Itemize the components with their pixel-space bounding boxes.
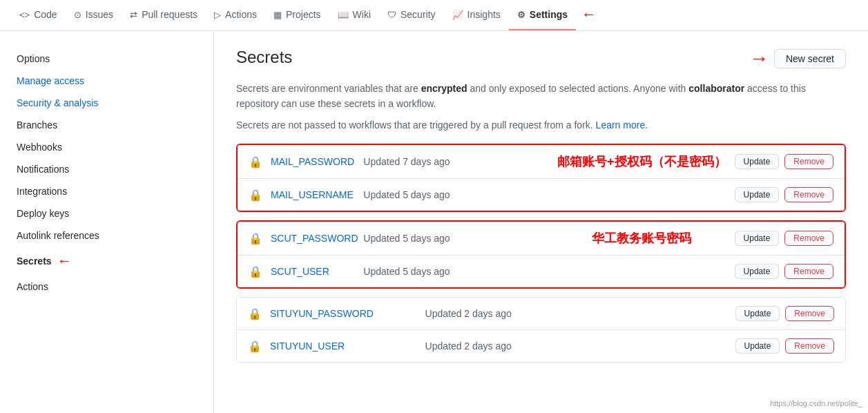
table-row: 🔒 SCUT_USER Updated 5 days ago Update Re… [238, 256, 845, 287]
secret-name: SITUYUN_USER [270, 340, 425, 352]
pull-request-icon: ⇄ [130, 10, 137, 20]
lock-icon: 🔒 [249, 189, 262, 202]
secret-updated: Updated 2 days ago [425, 340, 735, 352]
remove-button[interactable]: Remove [784, 187, 833, 202]
secret-name: MAIL_PASSWORD [271, 156, 363, 167]
secret-action-buttons: Update Remove [735, 154, 833, 169]
secret-name: SITUYUN_PASSWORD [270, 308, 425, 319]
sidebar-item-integrations[interactable]: Integrations [0, 180, 213, 202]
lock-icon: 🔒 [249, 232, 262, 245]
remove-button[interactable]: Remove [784, 264, 833, 279]
lock-icon: 🔒 [248, 307, 262, 320]
sidebar-item-deploy-keys[interactable]: Deploy keys [0, 202, 213, 224]
remove-button[interactable]: Remove [784, 154, 833, 169]
page-header: Secrets → New secret [236, 48, 846, 70]
secret-updated: Updated 5 days ago [363, 266, 549, 277]
new-secret-area: → New secret [749, 48, 846, 70]
secret-updated: Updated 2 days ago [425, 308, 735, 319]
wiki-icon: 📖 [338, 10, 349, 20]
nav-code[interactable]: <> Code [11, 0, 66, 30]
nav-security[interactable]: 🛡 Security [379, 0, 444, 30]
lock-icon: 🔒 [249, 155, 262, 169]
insights-icon: 📈 [452, 10, 463, 20]
lock-icon: 🔒 [248, 340, 262, 353]
settings-icon: ⚙ [517, 10, 525, 20]
table-row: 🔒 MAIL_PASSWORD Updated 7 days ago 邮箱账号+… [238, 145, 845, 179]
update-button[interactable]: Update [735, 231, 780, 246]
sidebar-item-manage-access[interactable]: Manage access [0, 70, 213, 92]
watermark: https://blog.csdn.net/polite_ [770, 399, 862, 407]
secret-name: MAIL_USERNAME [271, 189, 363, 200]
lock-icon: 🔒 [249, 265, 262, 278]
secret-updated: Updated 5 days ago [363, 233, 549, 244]
new-secret-button[interactable]: New secret [774, 49, 846, 68]
secret-action-buttons: Update Remove [735, 306, 834, 321]
sidebar-item-actions[interactable]: Actions [0, 276, 213, 298]
update-button[interactable]: Update [735, 154, 780, 169]
secret-updated: Updated 5 days ago [363, 189, 549, 200]
group-annotation: 华工教务账号密码 [549, 230, 735, 247]
sidebar: Options Manage access Security & analysi… [0, 31, 214, 413]
secret-name: SCUT_PASSWORD [271, 233, 363, 244]
nav-wiki[interactable]: 📖 Wiki [329, 0, 379, 30]
nav-projects[interactable]: ▦ Projects [265, 0, 329, 30]
description-1: Secrets are environment variables that a… [236, 81, 846, 112]
page-layout: Options Manage access Security & analysi… [0, 31, 868, 413]
nav-actions[interactable]: ▷ Actions [206, 0, 265, 30]
remove-button[interactable]: Remove [785, 338, 834, 354]
security-icon: 🛡 [387, 10, 396, 20]
top-navigation: <> Code ⊙ Issues ⇄ Pull requests ▷ Actio… [0, 0, 868, 31]
secret-action-buttons: Update Remove [735, 187, 833, 202]
update-button[interactable]: Update [735, 264, 780, 279]
secret-action-buttons: Update Remove [735, 231, 833, 246]
issues-icon: ⊙ [74, 10, 81, 20]
table-row: 🔒 SITUYUN_USER Updated 2 days ago Update… [237, 330, 845, 362]
description-2: Secrets are not passed to workflows that… [236, 117, 846, 133]
remove-button[interactable]: Remove [785, 306, 834, 321]
sidebar-item-branches[interactable]: Branches [0, 114, 213, 136]
actions-icon: ▷ [214, 10, 221, 20]
secret-action-buttons: Update Remove [735, 338, 834, 354]
new-secret-arrow-icon: → [749, 48, 769, 70]
remove-button[interactable]: Remove [784, 231, 833, 246]
page-title: Secrets [236, 48, 292, 67]
secrets-arrow-icon: ← [57, 252, 73, 270]
sidebar-item-autolink-references[interactable]: Autolink references [0, 224, 213, 247]
mail-secrets-group: 🔒 MAIL_PASSWORD Updated 7 days ago 邮箱账号+… [236, 144, 846, 212]
nav-insights[interactable]: 📈 Insights [444, 0, 509, 30]
sidebar-item-webhooks[interactable]: Webhooks [0, 136, 213, 158]
nav-pull-requests[interactable]: ⇄ Pull requests [122, 0, 206, 30]
projects-icon: ▦ [273, 10, 282, 20]
sidebar-item-notifications[interactable]: Notifications [0, 158, 213, 180]
table-row: 🔒 SCUT_PASSWORD Updated 5 days ago 华工教务账… [238, 222, 845, 256]
secret-updated: Updated 7 days ago [363, 156, 549, 167]
sidebar-item-options[interactable]: Options [0, 48, 213, 70]
nav-settings[interactable]: ⚙ Settings ← [509, 0, 576, 30]
nav-issues[interactable]: ⊙ Issues [66, 0, 122, 30]
secret-name: SCUT_USER [271, 266, 363, 277]
standalone-secrets-group: 🔒 SITUYUN_PASSWORD Updated 2 days ago Up… [236, 297, 846, 363]
sidebar-item-security-analysis[interactable]: Security & analysis [0, 92, 213, 114]
scut-secrets-group: 🔒 SCUT_PASSWORD Updated 5 days ago 华工教务账… [236, 220, 846, 289]
main-content: Secrets → New secret Secrets are environ… [214, 31, 868, 413]
settings-arrow-icon: ← [581, 6, 597, 23]
update-button[interactable]: Update [735, 338, 780, 354]
learn-more-link[interactable]: Learn more. [596, 119, 648, 131]
secrets-list: 🔒 MAIL_PASSWORD Updated 7 days ago 邮箱账号+… [236, 144, 846, 363]
table-row: 🔒 SITUYUN_PASSWORD Updated 2 days ago Up… [237, 298, 845, 330]
sidebar-item-secrets[interactable]: Secrets ← [0, 247, 213, 276]
update-button[interactable]: Update [735, 187, 780, 202]
secret-action-buttons: Update Remove [735, 264, 833, 279]
update-button[interactable]: Update [735, 306, 780, 321]
code-icon: <> [19, 10, 30, 20]
table-row: 🔒 MAIL_USERNAME Updated 5 days ago Updat… [238, 179, 845, 211]
group-annotation: 邮箱账号+授权码（不是密码） [549, 153, 735, 170]
